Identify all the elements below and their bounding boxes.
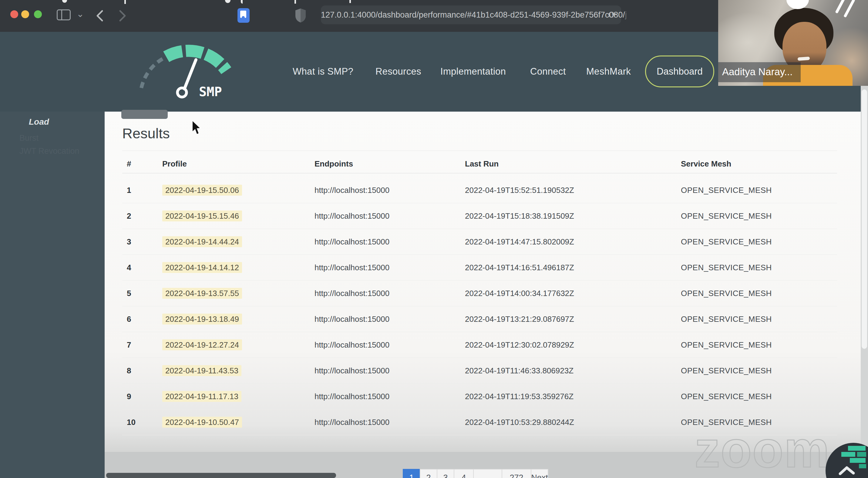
- row-endpoints: http://localhost:15000: [311, 186, 461, 195]
- pagination: 1234…272Next: [403, 469, 548, 478]
- table-body: 1 2022-04-19-15.50.06 http://localhost:1…: [122, 178, 837, 435]
- row-endpoints: http://localhost:15000: [311, 315, 461, 324]
- row-profile[interactable]: 2022-04-19-11.17.13: [159, 392, 311, 401]
- row-endpoints: http://localhost:15000: [311, 418, 461, 427]
- horizontal-scrollbar-thumb[interactable]: [106, 473, 336, 478]
- row-profile[interactable]: 2022-04-19-12.27.24: [159, 340, 311, 350]
- table-row[interactable]: 4 2022-04-19-14.14.12 http://localhost:1…: [122, 255, 837, 281]
- row-number: 4: [122, 263, 159, 273]
- divider: [122, 151, 837, 151]
- row-profile[interactable]: 2022-04-19-13.57.55: [159, 289, 311, 298]
- smp-logo-text: SMP: [199, 84, 222, 99]
- chevron-up-icon: [826, 443, 868, 478]
- sidebar-toggle-icon[interactable]: [57, 9, 71, 20]
- row-last-run: 2022-04-19T15:52:51.190532Z: [461, 186, 677, 195]
- forward-button[interactable]: [118, 9, 127, 23]
- row-number: 9: [122, 392, 159, 401]
- row-profile[interactable]: 2022-04-19-14.14.12: [159, 263, 311, 273]
- row-number: 10: [122, 418, 159, 427]
- mouse-cursor: [191, 120, 203, 135]
- row-endpoints: http://localhost:15000: [311, 263, 461, 273]
- row-endpoints: http://localhost:15000: [311, 212, 461, 221]
- clipped-text-fragment: [124, 0, 126, 4]
- minimize-window-button[interactable]: [21, 10, 29, 18]
- nav-link-connect[interactable]: Connect: [530, 66, 566, 77]
- panel-tab[interactable]: [121, 110, 168, 119]
- back-button[interactable]: [96, 9, 105, 23]
- row-profile[interactable]: 2022-04-19-11.43.53: [159, 366, 311, 376]
- zoom-watermark: zoom: [694, 420, 830, 478]
- reload-icon[interactable]: ⟳: [608, 5, 616, 24]
- clipped-text-fragment: [62, 0, 67, 3]
- clipped-text-fragment: [349, 0, 351, 3]
- nav-link-what-is-smp[interactable]: What is SMP?: [293, 66, 353, 77]
- nav-link-meshmark[interactable]: MeshMark: [586, 66, 631, 77]
- col-header-last-run: Last Run: [461, 159, 677, 169]
- row-endpoints: http://localhost:15000: [311, 366, 461, 376]
- nav-link-dashboard-active[interactable]: Dashboard: [645, 56, 714, 87]
- table-row[interactable]: 1 2022-04-19-15.50.06 http://localhost:1…: [122, 178, 837, 203]
- participant-name-label: Aaditya Naray...: [718, 62, 801, 82]
- pagination-next-button[interactable]: Next: [531, 469, 548, 478]
- pagination-page-button[interactable]: 2: [420, 469, 437, 478]
- layer5-logo-icon: [841, 446, 866, 468]
- row-service-mesh: OPEN_SERVICE_MESH: [677, 315, 837, 324]
- table-row[interactable]: 3 2022-04-19-14.44.24 http://localhost:1…: [122, 229, 837, 255]
- pagination-page-button[interactable]: …: [473, 469, 502, 478]
- pagination-page-button[interactable]: 3: [437, 469, 454, 478]
- layer5-corner-button[interactable]: [826, 443, 868, 478]
- clipped-text-fragment: [294, 0, 296, 4]
- left-sidebar: Load Burst JWT Revocation: [0, 111, 105, 478]
- pagination-page-button[interactable]: 1: [403, 469, 420, 478]
- url-tail: j: [625, 10, 627, 20]
- row-number: 7: [122, 340, 159, 350]
- zoom-video-tile[interactable]: Aaditya Naray...: [718, 0, 868, 86]
- screen: ⌄ 127.0.0.1:4000/dashboard/performance/#…: [0, 0, 868, 478]
- table-row[interactable]: 2 2022-04-19-15.15.46 http://localhost:1…: [122, 203, 837, 229]
- nav-link-implementation[interactable]: Implementation: [440, 66, 506, 77]
- col-header-num: #: [122, 159, 159, 169]
- chevron-down-icon[interactable]: ⌄: [76, 8, 84, 19]
- nav-link-resources[interactable]: Resources: [375, 66, 421, 77]
- row-last-run: 2022-04-19T11:19:53.359276Z: [461, 392, 677, 401]
- row-profile[interactable]: 2022-04-19-15.15.46: [159, 212, 311, 221]
- clipped-streak: [835, 0, 845, 14]
- clipped-streak: [843, 0, 855, 18]
- table-row[interactable]: 7 2022-04-19-12.27.24 http://localhost:1…: [122, 332, 837, 358]
- row-service-mesh: OPEN_SERVICE_MESH: [677, 392, 837, 401]
- row-endpoints: http://localhost:15000: [311, 340, 461, 350]
- table-row[interactable]: 6 2022-04-19-13.18.49 http://localhost:1…: [122, 306, 837, 332]
- row-endpoints: http://localhost:15000: [311, 237, 461, 247]
- col-header-service-mesh: Service Mesh: [677, 159, 837, 169]
- url-text: 127.0.0.1:4000/dashboard/performance/#41…: [321, 5, 621, 24]
- table-row[interactable]: 8 2022-04-19-11.43.53 http://localhost:1…: [122, 358, 837, 384]
- row-number: 5: [122, 289, 159, 298]
- address-bar[interactable]: 127.0.0.1:4000/dashboard/performance/#41…: [321, 5, 621, 24]
- close-window-button[interactable]: [10, 10, 18, 18]
- row-endpoints: http://localhost:15000: [311, 392, 461, 401]
- sidebar-item-burst[interactable]: Burst: [20, 133, 38, 143]
- fullscreen-window-button[interactable]: [34, 10, 42, 18]
- table-header: # Profile Endpoints Last Run Service Mes…: [122, 155, 837, 173]
- extension-icon[interactable]: [238, 8, 250, 23]
- row-profile[interactable]: 2022-04-19-15.50.06: [159, 186, 311, 195]
- row-profile[interactable]: 2022-04-19-13.18.49: [159, 315, 311, 324]
- table-row[interactable]: 5 2022-04-19-13.57.55 http://localhost:1…: [122, 281, 837, 306]
- table-row[interactable]: 9 2022-04-19-11.17.13 http://localhost:1…: [122, 384, 837, 410]
- pagination-page-button[interactable]: 272: [502, 469, 531, 478]
- row-last-run: 2022-04-19T14:16:51.496187Z: [461, 263, 677, 273]
- pagination-page-button[interactable]: 4: [454, 469, 474, 478]
- smp-logo[interactable]: SMP: [136, 44, 254, 100]
- row-last-run: 2022-04-19T15:18:38.191509Z: [461, 212, 677, 221]
- row-service-mesh: OPEN_SERVICE_MESH: [677, 212, 837, 221]
- sidebar-item-load[interactable]: Load: [29, 117, 49, 127]
- shield-icon[interactable]: [295, 8, 306, 23]
- sidebar-item-jwt-revocation[interactable]: JWT Revocation: [20, 147, 80, 156]
- row-number: 3: [122, 237, 159, 247]
- row-number: 2: [122, 212, 159, 221]
- row-profile[interactable]: 2022-04-19-10.50.47: [159, 418, 311, 427]
- row-last-run: 2022-04-19T13:21:29.087697Z: [461, 315, 677, 324]
- row-profile[interactable]: 2022-04-19-14.44.24: [159, 237, 311, 247]
- row-number: 6: [122, 315, 159, 324]
- vertical-scrollbar-thumb[interactable]: [862, 90, 867, 349]
